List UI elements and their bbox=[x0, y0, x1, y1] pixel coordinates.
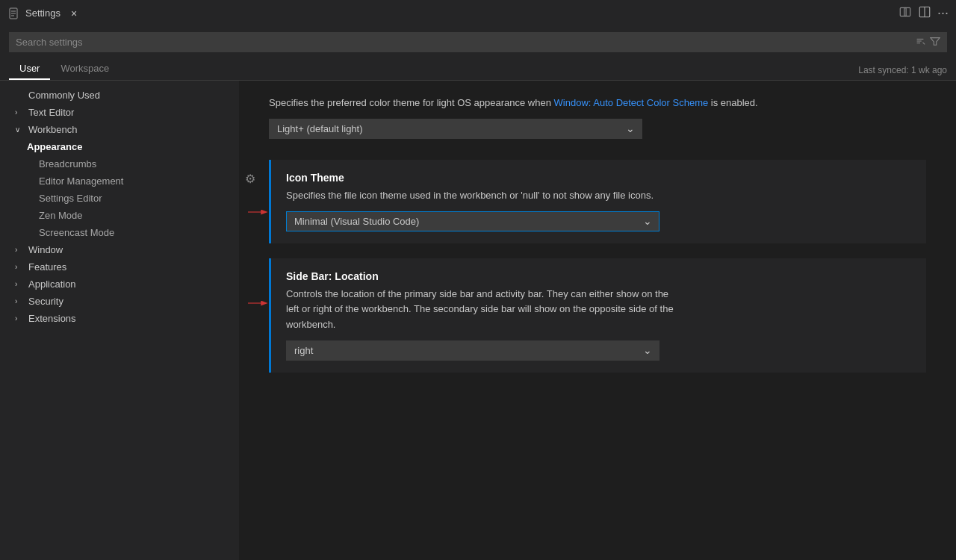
sidebar-item-label: Screencast Mode bbox=[39, 227, 114, 238]
sidebar-item-label: Features bbox=[28, 261, 66, 273]
title-bar: Settings × ··· bbox=[0, 0, 956, 26]
sidebar-item-window[interactable]: › Window bbox=[0, 241, 239, 258]
icon-theme-section: Icon Theme Specifies the file icon theme… bbox=[269, 160, 926, 243]
tab-workspace[interactable]: Workspace bbox=[50, 58, 120, 80]
sync-status: Last synced: 1 wk ago bbox=[849, 60, 956, 80]
icon-theme-select-wrap: Minimal (Visual Studio Code) Seti (Visua… bbox=[286, 211, 659, 231]
filter-icon[interactable] bbox=[930, 36, 940, 49]
sidebar-item-extensions[interactable]: › Extensions bbox=[0, 310, 239, 327]
open-settings-json-icon[interactable] bbox=[898, 5, 912, 22]
sidebar-item-editor-management[interactable]: Editor Management bbox=[0, 172, 239, 190]
sidebar-item-label: Zen Mode bbox=[39, 210, 83, 221]
sidebar-item-settings-editor[interactable]: Settings Editor bbox=[0, 190, 239, 207]
main-layout: Commonly Used › Text Editor ∨ Workbench … bbox=[0, 81, 956, 560]
color-scheme-desc-post: is enabled. bbox=[708, 97, 758, 108]
sidebar-location-section: Side Bar: Location Controls the location… bbox=[269, 258, 926, 373]
sidebar-item-label: Text Editor bbox=[28, 107, 74, 118]
sidebar-location-wrapper: Side Bar: Location Controls the location… bbox=[269, 258, 926, 373]
settings-file-icon bbox=[7, 7, 19, 19]
sidebar-item-commonly-used[interactable]: Commonly Used bbox=[0, 87, 239, 104]
sidebar-location-title: Side Bar: Location bbox=[286, 270, 911, 282]
chevron-right-icon: › bbox=[15, 280, 24, 288]
svg-rect-4 bbox=[900, 7, 906, 16]
close-tab-button[interactable]: × bbox=[66, 6, 81, 21]
search-icons bbox=[915, 36, 940, 49]
sidebar-item-workbench[interactable]: ∨ Workbench bbox=[0, 121, 239, 138]
chevron-right-icon: › bbox=[15, 263, 24, 271]
sidebar-item-label: Breadcrumbs bbox=[39, 158, 96, 169]
sidebar-item-screencast-mode[interactable]: Screencast Mode bbox=[0, 224, 239, 241]
chevron-down-icon: ∨ bbox=[15, 125, 24, 134]
sidebar-item-label: Settings Editor bbox=[39, 193, 102, 204]
color-scheme-select-wrap: Light+ (default light) Dark+ (default da… bbox=[269, 119, 642, 139]
sidebar-item-label: Appearance bbox=[27, 141, 82, 152]
tabs-bar: User Workspace Last synced: 1 wk ago bbox=[0, 58, 956, 81]
arrow-icon bbox=[248, 205, 269, 220]
tab-title: Settings bbox=[25, 7, 60, 19]
color-scheme-select[interactable]: Light+ (default light) Dark+ (default da… bbox=[269, 119, 642, 139]
sidebar-item-label: Commonly Used bbox=[28, 90, 100, 101]
sidebar-location-select-wrap: right left bbox=[286, 340, 659, 361]
sidebar-location-description: Controls the location of the primary sid… bbox=[286, 287, 911, 333]
sidebar-item-application[interactable]: › Application bbox=[0, 276, 239, 293]
sidebar-desc-3: workbench. bbox=[286, 319, 335, 330]
sidebar: Commonly Used › Text Editor ∨ Workbench … bbox=[0, 81, 239, 560]
sidebar-item-breadcrumbs[interactable]: Breadcrumbs bbox=[0, 155, 239, 172]
sidebar-item-features[interactable]: › Features bbox=[0, 258, 239, 276]
sidebar-item-appearance[interactable]: Appearance bbox=[0, 138, 239, 155]
sidebar-desc-1: Controls the location of the primary sid… bbox=[286, 288, 668, 299]
arrow-icon-2 bbox=[248, 296, 269, 311]
split-editor-icon[interactable] bbox=[918, 5, 931, 22]
title-bar-actions: ··· bbox=[898, 5, 949, 22]
chevron-right-icon: › bbox=[15, 246, 24, 254]
icon-theme-title: Icon Theme bbox=[286, 172, 911, 184]
content-area: Specifies the preferred color theme for … bbox=[239, 81, 956, 560]
content-inner: Specifies the preferred color theme for … bbox=[239, 81, 956, 389]
color-scheme-desc-pre: Specifies the preferred color theme for … bbox=[269, 97, 554, 108]
sidebar-item-label: Window bbox=[28, 244, 63, 255]
sidebar-location-select[interactable]: right left bbox=[286, 340, 659, 361]
svg-rect-5 bbox=[904, 7, 910, 16]
icon-theme-description: Specifies the file icon theme used in th… bbox=[286, 188, 911, 204]
sidebar-item-security[interactable]: › Security bbox=[0, 293, 239, 310]
gear-icon[interactable]: ⚙ bbox=[245, 172, 255, 186]
sidebar-item-label: Extensions bbox=[28, 313, 76, 324]
sidebar-item-label: Application bbox=[28, 279, 76, 290]
color-scheme-description: Specifies the preferred color theme for … bbox=[269, 96, 926, 111]
chevron-right-icon: › bbox=[15, 314, 24, 323]
color-scheme-link[interactable]: Window: Auto Detect Color Scheme bbox=[554, 97, 709, 108]
sidebar-item-label: Workbench bbox=[28, 124, 78, 135]
search-bar bbox=[0, 26, 956, 58]
sidebar-item-zen-mode[interactable]: Zen Mode bbox=[0, 207, 239, 224]
svg-marker-12 bbox=[931, 38, 940, 46]
search-input-wrap bbox=[9, 32, 947, 52]
svg-line-11 bbox=[923, 43, 925, 45]
tabs-left: User Workspace bbox=[9, 58, 120, 80]
tab-user[interactable]: User bbox=[9, 58, 50, 80]
icon-theme-wrapper: ⚙ Icon Theme Specifies the file icon the… bbox=[269, 160, 926, 243]
sidebar-desc-2: left or right of the workbench. The seco… bbox=[286, 303, 674, 314]
clear-search-icon[interactable] bbox=[915, 36, 925, 49]
sidebar-item-label: Editor Management bbox=[39, 175, 123, 187]
more-actions-icon[interactable]: ··· bbox=[937, 5, 949, 21]
search-input[interactable] bbox=[16, 37, 910, 48]
icon-theme-select[interactable]: Minimal (Visual Studio Code) Seti (Visua… bbox=[286, 211, 659, 231]
chevron-right-icon: › bbox=[15, 108, 24, 116]
color-scheme-setting: Specifies the preferred color theme for … bbox=[269, 96, 926, 139]
sidebar-item-label: Security bbox=[28, 296, 63, 307]
title-bar-left: Settings × bbox=[7, 6, 81, 21]
chevron-right-icon: › bbox=[15, 297, 24, 305]
sidebar-item-text-editor[interactable]: › Text Editor bbox=[0, 104, 239, 121]
